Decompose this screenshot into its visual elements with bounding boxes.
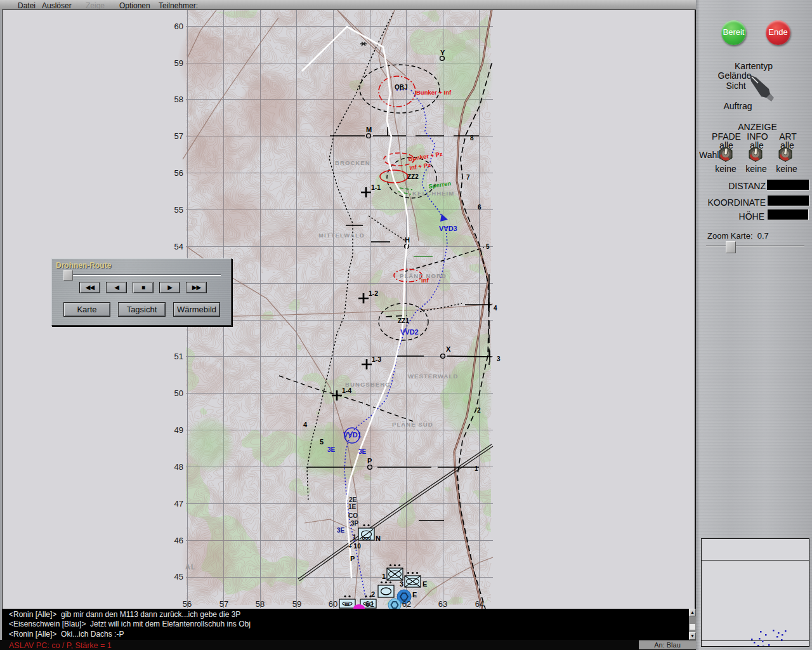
svg-text:BROCKEN: BROCKEN <box>335 159 370 166</box>
svg-text:VVD2: VVD2 <box>400 328 419 336</box>
svg-text:PLÄNE SÜD: PLÄNE SÜD <box>392 421 433 428</box>
svg-text:59: 59 <box>174 58 183 68</box>
svg-text:64: 64 <box>475 599 484 609</box>
svg-text:63: 63 <box>438 599 447 609</box>
svg-text:1-4: 1-4 <box>342 387 351 394</box>
svg-text:57: 57 <box>174 131 183 141</box>
svg-text:WESTERWALD: WESTERWALD <box>408 373 458 380</box>
svg-text:58: 58 <box>174 95 183 104</box>
svg-text:+ 10: + 10 <box>348 543 361 550</box>
svg-text:3E: 3E <box>337 527 345 534</box>
svg-text:51: 51 <box>174 352 183 361</box>
svg-text:N: N <box>376 534 381 542</box>
svg-text:56: 56 <box>174 168 183 178</box>
svg-text:1-1: 1-1 <box>371 183 381 191</box>
svg-text:1: 1 <box>475 465 478 472</box>
svg-text:KELCHHEIM: KELCHHEIM <box>412 190 454 197</box>
svg-text:58: 58 <box>256 599 265 609</box>
svg-text:ZZ2: ZZ2 <box>407 173 419 180</box>
svg-text:2E: 2E <box>349 496 357 503</box>
svg-text:5: 5 <box>486 243 490 250</box>
svg-text:57: 57 <box>219 599 228 609</box>
svg-text:45: 45 <box>174 572 183 581</box>
svg-text:E: E <box>422 580 427 588</box>
svg-text:1-3: 1-3 <box>372 355 381 363</box>
svg-text:Inf: Inf <box>421 277 429 284</box>
svg-text:61: 61 <box>365 599 374 609</box>
svg-text:7: 7 <box>466 174 470 181</box>
svg-text:3E: 3E <box>358 448 367 455</box>
svg-text:Bunker + Inf: Bunker + Inf <box>416 89 452 96</box>
svg-text:6: 6 <box>478 204 481 211</box>
svg-text:MITTELWALD: MITTELWALD <box>318 232 365 239</box>
svg-text:4: 4 <box>303 421 308 428</box>
svg-text:54: 54 <box>174 242 183 251</box>
svg-text:3: 3 <box>497 355 501 362</box>
svg-text:VVD1: VVD1 <box>343 431 362 439</box>
svg-text:49: 49 <box>174 425 183 435</box>
svg-text:8: 8 <box>470 135 474 142</box>
svg-text:ooo: ooo <box>362 535 372 541</box>
svg-text:P: P <box>350 555 355 562</box>
svg-text:59: 59 <box>292 599 301 609</box>
svg-text:AL: AL <box>185 563 196 571</box>
svg-text:1-2: 1-2 <box>369 289 378 297</box>
svg-text:60: 60 <box>329 599 337 609</box>
svg-text:5: 5 <box>320 438 324 446</box>
svg-text:VVD3: VVD3 <box>439 225 457 232</box>
svg-text:47: 47 <box>174 499 183 508</box>
svg-text:1: 1 <box>382 573 386 580</box>
svg-text:ZZ1: ZZ1 <box>398 317 409 324</box>
svg-text:Y: Y <box>440 49 445 56</box>
svg-text:CO: CO <box>348 512 358 519</box>
svg-text:X: X <box>446 345 451 353</box>
svg-text:OBJ: OBJ <box>395 84 408 91</box>
svg-text:1: 1 <box>353 534 357 541</box>
svg-text:62: 62 <box>402 599 411 609</box>
svg-text:4: 4 <box>494 305 497 312</box>
svg-text:w: w <box>344 601 350 607</box>
svg-text:H: H <box>405 236 410 244</box>
svg-text:3P: 3P <box>351 520 359 527</box>
svg-text:50: 50 <box>174 388 183 398</box>
svg-text:P: P <box>367 457 372 465</box>
svg-text:M: M <box>366 126 372 133</box>
svg-text:55: 55 <box>174 205 183 215</box>
svg-text:3: 3 <box>400 580 403 588</box>
svg-text:48: 48 <box>174 462 183 472</box>
svg-text:BUNGSBERG: BUNGSBERG <box>345 381 391 388</box>
svg-text:2: 2 <box>371 590 375 598</box>
svg-text:2: 2 <box>477 407 481 414</box>
svg-text:3E: 3E <box>327 446 336 453</box>
svg-text:60: 60 <box>174 22 183 31</box>
svg-text:1E: 1E <box>348 503 357 510</box>
svg-text:E: E <box>412 591 417 599</box>
svg-text:46: 46 <box>174 536 183 545</box>
svg-text:56: 56 <box>183 599 192 609</box>
